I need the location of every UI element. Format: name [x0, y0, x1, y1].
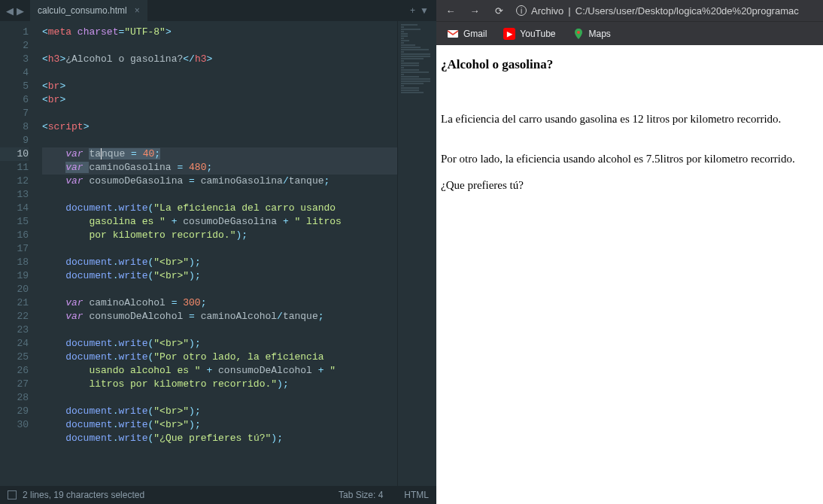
- status-tabsize[interactable]: Tab Size: 4: [339, 490, 383, 500]
- close-icon[interactable]: ×: [135, 5, 140, 16]
- tab-nav: ◀ ▶: [0, 5, 30, 17]
- page-title: ¿Alcohol o gasolina?: [441, 57, 818, 72]
- page-content: ¿Alcohol o gasolina? La eficiencia del c…: [436, 45, 823, 504]
- addr-path: C:/Users/user/Desktop/logica%20de%20prog…: [575, 5, 799, 17]
- editor-body[interactable]: 1234 5678 9101112 13141516 17181920 2122…: [0, 21, 436, 486]
- bookmark-gmail[interactable]: Gmail: [447, 28, 487, 40]
- minimap[interactable]: [397, 21, 436, 486]
- tab-menu-icon[interactable]: ▼: [420, 5, 429, 16]
- tab-prev-icon[interactable]: ◀: [6, 5, 14, 17]
- tab-title: calculo_consumo.html: [38, 5, 127, 16]
- youtube-icon: ▶: [503, 28, 515, 40]
- tab-bar: ◀ ▶ calculo_consumo.html × + ▼: [0, 0, 436, 21]
- bookmark-label: Maps: [589, 29, 611, 39]
- svg-point-1: [577, 31, 580, 34]
- tab-next-icon[interactable]: ▶: [17, 5, 24, 17]
- maps-icon: [572, 28, 585, 40]
- info-icon[interactable]: i: [516, 5, 527, 16]
- page-paragraph: ¿Que prefieres tú?: [441, 179, 818, 192]
- status-bar: 2 lines, 19 characters selected Tab Size…: [0, 486, 436, 504]
- bookmark-label: YouTube: [520, 29, 555, 39]
- browser-toolbar: ← → ⟳ i Archivo | C:/Users/user/Desktop/…: [436, 0, 823, 21]
- gmail-icon: [447, 28, 459, 40]
- bookmark-youtube[interactable]: ▶ YouTube: [503, 28, 555, 40]
- code-area[interactable]: <meta charset="UTF-8"> <h3>¿Alcohol o ga…: [36, 21, 436, 486]
- svg-rect-0: [448, 30, 458, 38]
- new-tab-icon[interactable]: +: [410, 5, 415, 16]
- browser-nav: ← → ⟳: [444, 4, 506, 17]
- bookmark-maps[interactable]: Maps: [572, 28, 611, 40]
- bookmarks-bar: Gmail ▶ YouTube Maps: [436, 21, 823, 45]
- line-gutter: 1234 5678 9101112 13141516 17181920 2122…: [0, 21, 36, 486]
- addr-sep: |: [568, 5, 570, 17]
- page-paragraph: La eficiencia del carro usando gasolina …: [441, 113, 818, 126]
- browser-pane: ← → ⟳ i Archivo | C:/Users/user/Desktop/…: [436, 0, 823, 504]
- address-bar[interactable]: i Archivo | C:/Users/user/Desktop/logica…: [516, 5, 815, 17]
- reload-icon[interactable]: ⟳: [492, 4, 506, 17]
- status-selection: 2 lines, 19 characters selected: [23, 490, 144, 500]
- page-paragraph: Por otro lado, la eficiencia usando alco…: [441, 153, 818, 165]
- tab-active[interactable]: calculo_consumo.html ×: [30, 0, 147, 21]
- panel-icon[interactable]: [8, 490, 17, 499]
- bookmark-label: Gmail: [463, 29, 487, 39]
- back-icon[interactable]: ←: [444, 4, 457, 17]
- status-language[interactable]: HTML: [404, 490, 429, 500]
- forward-icon[interactable]: →: [468, 4, 481, 17]
- addr-label: Archivo: [531, 5, 563, 17]
- editor-pane: ◀ ▶ calculo_consumo.html × + ▼ 1234 5678…: [0, 0, 436, 504]
- tab-bar-right: + ▼: [402, 5, 436, 16]
